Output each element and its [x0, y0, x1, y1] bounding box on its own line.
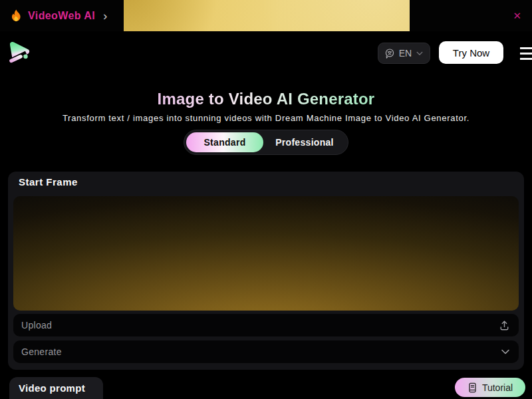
banner-chevron-icon: ›: [103, 9, 107, 22]
language-icon: [384, 48, 395, 59]
page: VideoWeb AI › ✕ EN: [0, 0, 532, 399]
start-frame-title: Start Frame: [19, 176, 78, 188]
tutorial-button[interactable]: Tutorial: [455, 378, 525, 397]
upload-label: Upload: [21, 320, 498, 331]
upload-row[interactable]: Upload: [13, 314, 519, 336]
language-label: EN: [399, 48, 412, 59]
language-selector[interactable]: EN: [378, 43, 430, 64]
page-subtitle: Transform text / images into stunning vi…: [0, 113, 532, 123]
generate-label: Generate: [21, 346, 500, 357]
chevron-down-icon: [500, 346, 511, 357]
chevron-down-icon: [416, 49, 424, 57]
hamburger-menu-icon[interactable]: [520, 47, 532, 61]
close-icon: ✕: [513, 10, 521, 22]
page-title: Image to Video AI Generator: [0, 90, 532, 108]
promo-banner-link[interactable]: VideoWeb AI ›: [11, 0, 107, 31]
tab-standard[interactable]: Standard: [186, 132, 263, 152]
generate-row[interactable]: Generate: [13, 340, 519, 363]
start-frame-preview[interactable]: [13, 196, 519, 311]
banner-promo-image[interactable]: [124, 0, 410, 31]
promo-banner: VideoWeb AI › ✕: [0, 0, 532, 31]
try-now-button[interactable]: Try Now: [439, 41, 503, 64]
start-frame-panel: Start Frame Upload Generate: [8, 172, 524, 370]
banner-brand-label[interactable]: VideoWeb AI: [28, 10, 95, 22]
mode-toggle: Standard Professional: [184, 130, 348, 155]
book-icon: [467, 382, 477, 393]
video-prompt-label: Video prompt: [19, 382, 85, 394]
banner-close-button[interactable]: ✕: [510, 0, 524, 31]
app-logo-icon[interactable]: [5, 38, 34, 67]
tutorial-label: Tutorial: [482, 382, 513, 393]
video-prompt-tab[interactable]: Video prompt: [9, 377, 103, 399]
upload-icon: [498, 319, 511, 332]
fire-icon: [11, 9, 22, 22]
tab-professional[interactable]: Professional: [263, 132, 346, 152]
